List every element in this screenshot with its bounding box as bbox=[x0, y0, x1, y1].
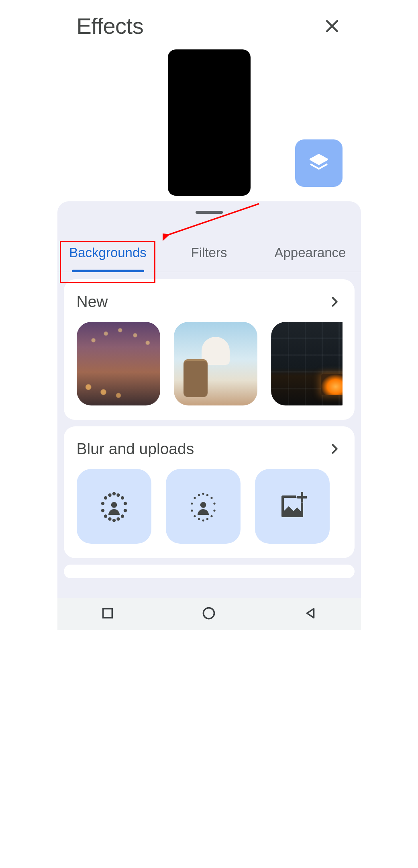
svg-rect-35 bbox=[103, 609, 112, 618]
background-thumb[interactable] bbox=[77, 322, 160, 405]
section-next-partial bbox=[64, 565, 355, 578]
section-header: New bbox=[77, 293, 343, 311]
tab-backgrounds[interactable]: Backgrounds bbox=[57, 239, 159, 272]
effects-screen: Effects Backgrounds Filters Appearance bbox=[57, 0, 361, 630]
svg-point-25 bbox=[213, 502, 215, 504]
svg-point-5 bbox=[108, 493, 111, 497]
svg-point-14 bbox=[120, 514, 124, 518]
svg-point-6 bbox=[112, 492, 115, 495]
svg-point-10 bbox=[123, 502, 126, 505]
nav-home-button[interactable] bbox=[202, 606, 216, 622]
svg-point-32 bbox=[202, 519, 204, 521]
svg-point-4 bbox=[104, 496, 107, 500]
nav-back-button[interactable] bbox=[304, 606, 317, 622]
circle-icon bbox=[202, 606, 216, 620]
background-thumb[interactable] bbox=[174, 322, 257, 405]
preview-area bbox=[57, 43, 361, 201]
svg-point-21 bbox=[202, 493, 204, 495]
svg-point-15 bbox=[108, 517, 111, 520]
tab-filters[interactable]: Filters bbox=[159, 239, 260, 272]
svg-point-12 bbox=[123, 509, 126, 512]
blur-strong-icon bbox=[97, 489, 131, 523]
layers-button[interactable] bbox=[295, 139, 343, 187]
blur-light-icon bbox=[186, 489, 220, 523]
chevron-right-icon bbox=[328, 442, 341, 456]
section-blur-uploads: Blur and uploads bbox=[64, 426, 355, 558]
svg-point-26 bbox=[191, 510, 193, 512]
svg-point-18 bbox=[200, 502, 206, 508]
sections: New Blur and uploads bbox=[57, 272, 361, 578]
tabs: Backgrounds Filters Appearance bbox=[57, 239, 361, 272]
svg-point-27 bbox=[213, 510, 215, 512]
section-title-blur: Blur and uploads bbox=[77, 440, 194, 458]
new-thumbnails bbox=[77, 322, 343, 405]
svg-point-9 bbox=[101, 502, 104, 505]
svg-line-2 bbox=[167, 204, 259, 235]
svg-point-29 bbox=[210, 515, 212, 517]
svg-point-28 bbox=[194, 515, 196, 517]
square-icon bbox=[101, 606, 114, 620]
blur-light-option[interactable] bbox=[166, 469, 241, 544]
video-preview bbox=[168, 49, 251, 196]
system-nav-bar bbox=[57, 598, 361, 630]
svg-point-11 bbox=[101, 509, 104, 512]
expand-blur-button[interactable] bbox=[326, 441, 343, 457]
upload-image-icon bbox=[278, 492, 307, 521]
effects-sheet: Backgrounds Filters Appearance New bbox=[57, 201, 361, 598]
svg-point-31 bbox=[206, 518, 208, 520]
svg-point-17 bbox=[112, 519, 115, 522]
expand-new-button[interactable] bbox=[326, 294, 343, 310]
blur-strong-option[interactable] bbox=[77, 469, 151, 544]
blur-options bbox=[77, 469, 343, 544]
close-icon bbox=[323, 17, 341, 35]
nav-recents-button[interactable] bbox=[101, 606, 114, 622]
close-button[interactable] bbox=[321, 15, 343, 37]
svg-point-19 bbox=[194, 497, 196, 499]
svg-point-20 bbox=[198, 494, 200, 496]
svg-point-24 bbox=[191, 502, 193, 504]
svg-point-16 bbox=[116, 517, 120, 520]
layers-icon bbox=[308, 152, 330, 174]
header: Effects bbox=[57, 0, 361, 43]
triangle-back-icon bbox=[304, 606, 317, 620]
svg-point-7 bbox=[116, 493, 120, 497]
tab-appearance[interactable]: Appearance bbox=[260, 239, 361, 272]
svg-point-22 bbox=[206, 494, 208, 496]
annotation-arrow bbox=[163, 203, 263, 243]
svg-point-8 bbox=[120, 496, 124, 500]
section-title-new: New bbox=[77, 293, 108, 311]
drag-handle[interactable] bbox=[196, 211, 223, 214]
svg-point-13 bbox=[104, 514, 107, 518]
svg-point-36 bbox=[204, 608, 214, 619]
page-title: Effects bbox=[77, 13, 144, 39]
section-new: New bbox=[64, 279, 355, 420]
section-header: Blur and uploads bbox=[77, 440, 343, 458]
svg-point-3 bbox=[111, 502, 117, 508]
upload-image-option[interactable] bbox=[255, 469, 330, 544]
background-thumb[interactable] bbox=[271, 322, 343, 405]
svg-point-30 bbox=[198, 518, 200, 520]
svg-point-23 bbox=[210, 497, 212, 499]
chevron-right-icon bbox=[328, 295, 341, 309]
